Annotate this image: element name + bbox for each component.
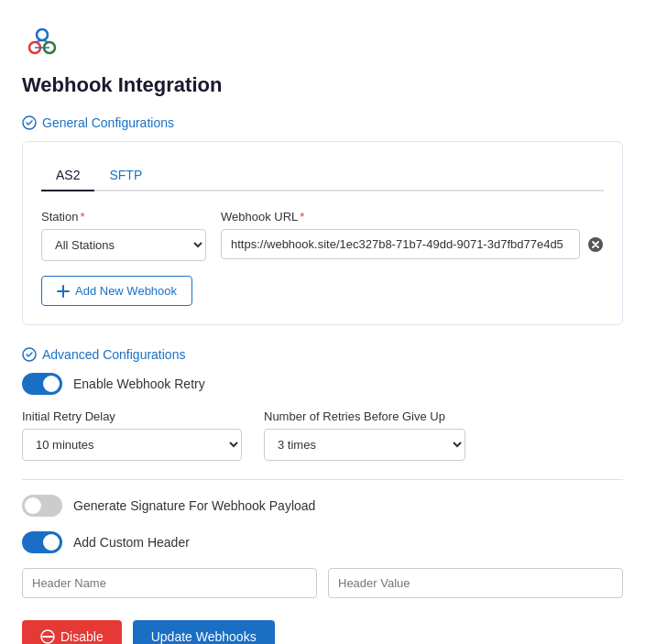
update-webhooks-button[interactable]: Update Webhooks — [133, 620, 275, 644]
header-name-input[interactable] — [22, 568, 317, 598]
station-label: Station* — [41, 210, 206, 224]
initial-delay-group: Initial Retry Delay 1 minute 5 minutes 1… — [22, 409, 242, 461]
svg-line-3 — [35, 40, 42, 42]
webhook-url-input[interactable] — [221, 229, 580, 259]
close-circle-icon — [587, 236, 604, 253]
tab-as2[interactable]: AS2 — [41, 160, 94, 191]
retry-settings-row: Initial Retry Delay 1 minute 5 minutes 1… — [22, 409, 623, 461]
general-section-header: General Configurations — [22, 115, 623, 130]
config-tabs: AS2 SFTP — [41, 160, 604, 191]
webhook-icon — [57, 285, 70, 298]
signature-slider — [22, 495, 62, 517]
disable-button[interactable]: Disable — [22, 620, 122, 644]
retries-select[interactable]: 1 time 2 times 3 times 5 times 10 times — [264, 429, 465, 461]
enable-retry-row: Enable Webhook Retry — [22, 373, 623, 395]
check-circle-icon-advanced — [22, 347, 37, 362]
enable-retry-toggle[interactable] — [22, 373, 62, 395]
action-buttons-row: Disable Update Webhooks — [22, 620, 623, 644]
signature-row: Generate Signature For Webhook Payload — [22, 495, 623, 517]
signature-label: Generate Signature For Webhook Payload — [73, 498, 315, 513]
header-value-input[interactable] — [328, 568, 623, 598]
custom-header-toggle[interactable] — [22, 531, 62, 553]
check-circle-icon — [22, 115, 37, 130]
custom-header-label: Add Custom Header — [73, 535, 190, 550]
enable-retry-label: Enable Webhook Retry — [73, 377, 205, 391]
app-logo — [22, 22, 62, 62]
initial-delay-label: Initial Retry Delay — [22, 409, 242, 423]
station-required: * — [80, 210, 84, 224]
signature-toggle[interactable] — [22, 495, 62, 517]
add-webhook-button[interactable]: Add New Webhook — [41, 276, 192, 306]
webhook-url-required: * — [300, 210, 304, 224]
svg-point-0 — [37, 29, 48, 40]
page-title: Webhook Integration — [22, 73, 623, 97]
clear-webhook-button[interactable] — [587, 236, 604, 253]
divider-1 — [22, 479, 623, 480]
webhook-url-row — [221, 229, 604, 259]
webhook-url-group: Webhook URL* — [221, 210, 604, 259]
header-inputs-row — [22, 568, 623, 598]
custom-header-row: Add Custom Header — [22, 531, 623, 553]
station-group: Station* All Stations Station A Station … — [41, 210, 206, 261]
svg-line-4 — [42, 40, 49, 42]
station-select[interactable]: All Stations Station A Station B — [41, 229, 206, 261]
webhook-url-label: Webhook URL* — [221, 210, 604, 224]
initial-delay-select[interactable]: 1 minute 5 minutes 10 minutes 15 minutes… — [22, 429, 242, 461]
webhook-form-row: Station* All Stations Station A Station … — [41, 210, 604, 261]
retries-label: Number of Retries Before Give Up — [264, 409, 465, 423]
general-config-card: AS2 SFTP Station* All Stations Station A… — [22, 141, 623, 325]
advanced-section-header: Advanced Configurations — [22, 347, 623, 362]
custom-header-slider — [22, 531, 62, 553]
enable-retry-slider — [22, 373, 62, 395]
tab-sftp[interactable]: SFTP — [94, 160, 157, 191]
retries-group: Number of Retries Before Give Up 1 time … — [264, 409, 465, 461]
disable-icon — [40, 629, 55, 644]
